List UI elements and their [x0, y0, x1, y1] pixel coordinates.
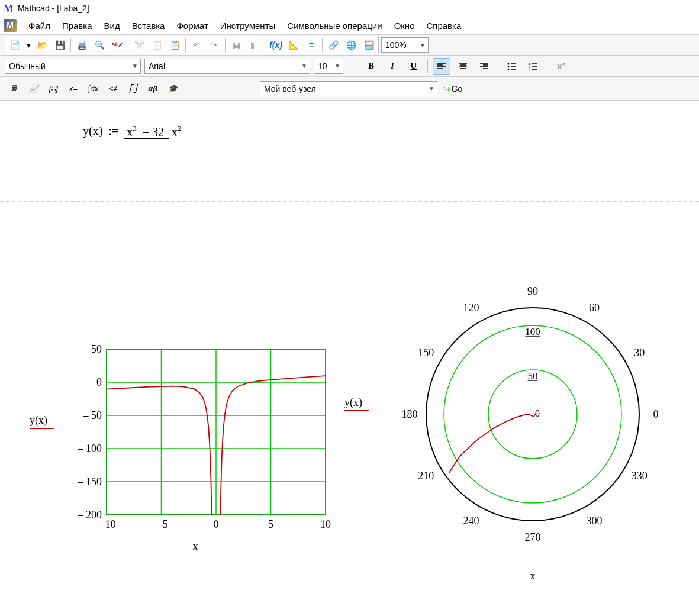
- chevron-down-icon: ▼: [420, 42, 426, 49]
- svg-text:30: 30: [634, 347, 645, 359]
- menubar: M Файл Правка Вид Вставка Формат Инструм…: [0, 17, 699, 34]
- greek-palette-button[interactable]: αβ: [144, 80, 162, 97]
- eq-den-base: x: [172, 125, 178, 138]
- page-break: [0, 201, 699, 202]
- programming-palette-button[interactable]: ⎡⎦: [124, 80, 142, 97]
- undo-button[interactable]: ↶: [188, 37, 205, 53]
- separate-regions-button[interactable]: ▥: [246, 37, 262, 53]
- component-button[interactable]: 🔗: [325, 37, 342, 53]
- units-button[interactable]: 📐: [285, 37, 302, 53]
- menu-format[interactable]: Формат: [170, 18, 214, 33]
- svg-text:120: 120: [463, 302, 479, 314]
- chevron-down-icon: ▼: [334, 63, 340, 69]
- size-dropdown[interactable]: 10 ▼: [314, 59, 343, 74]
- bullet-list-button[interactable]: [503, 58, 521, 75]
- calculator-palette-button[interactable]: 🖩: [5, 80, 22, 97]
- menu-help[interactable]: Справка: [420, 18, 467, 33]
- fx-button[interactable]: f(x): [268, 37, 284, 53]
- svg-text:0: 0: [653, 408, 659, 420]
- spellcheck-button[interactable]: ᴬᴮ✓: [109, 37, 125, 53]
- font-dropdown[interactable]: Arial ▼: [144, 59, 310, 74]
- new-button[interactable]: 📄: [7, 37, 23, 53]
- calculus-palette-button[interactable]: ∫dx: [85, 80, 102, 97]
- xy-plot-svg: – 10– 50510– 200– 150– 100– 50050: [59, 343, 331, 538]
- redo-button[interactable]: ↷: [206, 37, 223, 53]
- svg-text:90: 90: [527, 285, 538, 297]
- number-list-icon: 123: [529, 62, 538, 70]
- polar-plot-region[interactable]: y(x) 50100003060901201501802102402703003…: [379, 260, 687, 582]
- align-regions-button[interactable]: ▦: [228, 37, 244, 53]
- resource-button[interactable]: 🌐: [343, 37, 359, 53]
- print-preview-button[interactable]: 🔍: [91, 37, 108, 53]
- xy-ylabel: y(x): [30, 414, 47, 426]
- symbolic-palette-button[interactable]: 🎓: [164, 80, 182, 97]
- menu-view[interactable]: Вид: [98, 18, 126, 33]
- cut-button[interactable]: ✂️: [131, 37, 147, 53]
- menu-edit[interactable]: Правка: [56, 18, 98, 33]
- svg-text:10: 10: [320, 518, 331, 530]
- eq-assign: :=: [108, 124, 118, 137]
- align-left-icon: [437, 62, 446, 70]
- svg-text:100: 100: [525, 326, 540, 337]
- size-value: 10: [318, 62, 327, 71]
- menu-symbolics[interactable]: Символьные операции: [281, 18, 388, 33]
- svg-text:– 200: – 200: [78, 509, 102, 521]
- evaluation-palette-button[interactable]: x=: [65, 80, 82, 97]
- svg-point-14: [508, 66, 510, 67]
- graph-palette-button[interactable]: 📈: [25, 80, 43, 97]
- new-dropdown[interactable]: ▾: [24, 37, 33, 53]
- menu-file[interactable]: Файл: [22, 18, 56, 33]
- save-button[interactable]: 💾: [51, 37, 68, 53]
- xy-xlabel: x: [59, 540, 331, 553]
- calculate-button[interactable]: =: [303, 37, 320, 53]
- paste-button[interactable]: 📋: [166, 37, 183, 53]
- chevron-down-icon: ▼: [132, 63, 138, 69]
- style-value: Обычный: [9, 62, 46, 71]
- equation-region[interactable]: y(x) := x3 − 32 x2: [83, 124, 183, 139]
- go-button[interactable]: ↪ Go: [440, 81, 466, 96]
- open-button[interactable]: 📂: [34, 37, 50, 53]
- align-left-button[interactable]: [433, 58, 450, 75]
- align-center-icon: [458, 62, 468, 70]
- number-list-button[interactable]: 123: [524, 58, 542, 75]
- polar-xlabel: x: [379, 570, 687, 582]
- bold-button[interactable]: B: [362, 58, 380, 75]
- svg-point-47: [426, 308, 639, 521]
- svg-text:180: 180: [402, 408, 418, 420]
- menu-window[interactable]: Окно: [388, 18, 421, 33]
- svg-text:60: 60: [589, 302, 600, 314]
- polar-ylabel: y(x): [344, 396, 362, 408]
- web-dropdown[interactable]: Мой веб-узел ▼: [260, 81, 437, 96]
- chevron-down-icon: ▼: [429, 85, 434, 92]
- copy-button[interactable]: 📋: [149, 37, 165, 53]
- menu-insert[interactable]: Вставка: [126, 18, 171, 33]
- eq-num-exp: 3: [133, 124, 137, 133]
- svg-point-12: [508, 63, 510, 64]
- print-button[interactable]: 🖨️: [73, 37, 90, 53]
- matrix-palette-button[interactable]: [∷]: [44, 80, 62, 97]
- web-value: Мой веб-узел: [264, 84, 316, 93]
- align-center-button[interactable]: [454, 58, 472, 75]
- boolean-palette-button[interactable]: <≠: [104, 80, 122, 97]
- underline-button[interactable]: U: [405, 58, 423, 75]
- go-arrow-icon: ↪: [443, 84, 450, 93]
- xy-plot-region[interactable]: y(x) – 10– 50510– 200– 150– 100– 50050 x: [59, 343, 331, 553]
- eq-lhs: y(x): [83, 124, 102, 137]
- svg-text:270: 270: [525, 531, 541, 543]
- superscript-button[interactable]: x²: [552, 58, 570, 75]
- svg-text:5: 5: [268, 518, 273, 530]
- svg-point-48: [488, 370, 577, 459]
- standard-toolbar: 📄 ▾ 📂 💾 🖨️ 🔍 ᴬᴮ✓ ✂️ 📋 📋 ↶ ↷ ▦ ▥ f(x) 📐 =…: [0, 34, 699, 56]
- italic-button[interactable]: I: [384, 58, 401, 75]
- zoom-dropdown[interactable]: 100% ▼: [381, 37, 429, 53]
- bullet-list-icon: [507, 62, 517, 70]
- style-dropdown[interactable]: Обычный ▼: [5, 59, 141, 74]
- menu-tools[interactable]: Инструменты: [214, 18, 282, 33]
- svg-point-16: [508, 69, 510, 70]
- window-button[interactable]: 🪟: [360, 37, 377, 53]
- eq-den-exp: 2: [178, 124, 182, 133]
- app-icon: M: [4, 19, 17, 32]
- align-right-button[interactable]: [475, 58, 493, 75]
- svg-text:– 5: – 5: [154, 518, 168, 530]
- worksheet[interactable]: y(x) := x3 − 32 x2 y(x) – 10– 50510– 200…: [0, 101, 699, 609]
